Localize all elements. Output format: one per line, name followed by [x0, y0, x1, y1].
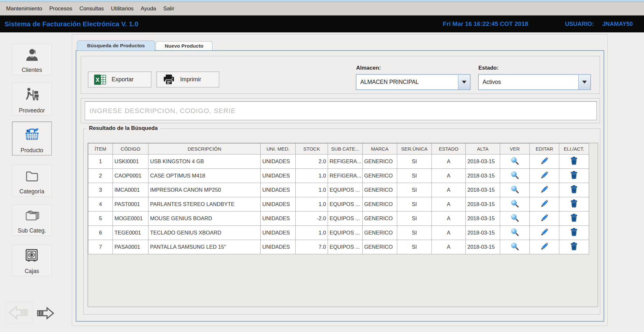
cell-stock: 1.0	[296, 226, 328, 240]
table-row[interactable]: 1USKI0001USB KINGSTON 4 GBUNIDADES2.0REF…	[88, 155, 589, 169]
folder-icon	[23, 165, 41, 188]
trash-icon[interactable]	[570, 213, 578, 222]
column-header-codigo[interactable]: CÓDIGO	[113, 143, 148, 155]
export-button[interactable]: X Exportar	[88, 72, 151, 87]
table-row[interactable]: 5MOGE0001MOUSE GENIUS BOARDUNIDADES-2.0E…	[88, 212, 589, 226]
svg-text:X: X	[96, 76, 100, 83]
column-header-alta[interactable]: ALTA	[466, 143, 500, 155]
pencil-icon[interactable]	[540, 242, 549, 251]
menu-item-mantenimiento[interactable]: Mantenimiento	[3, 2, 46, 15]
magnifier-icon[interactable]	[510, 228, 519, 236]
cell-ver	[500, 212, 530, 226]
column-header-descripcion[interactable]: DESCRIPCIÓN	[148, 143, 261, 155]
table-row[interactable]: 7PASA0001PANTALLA SAMSUNG LED 15"UNIDADE…	[88, 240, 589, 254]
table-row[interactable]: 3IMCA0001IMPRESORA CANON MP250UNIDADES1.…	[88, 183, 589, 197]
magnifier-icon[interactable]	[510, 199, 519, 208]
cell-ver	[500, 169, 530, 183]
sidebar-item-label: Clientes	[22, 67, 42, 74]
pencil-icon[interactable]	[540, 213, 549, 222]
column-header-eli[interactable]: ELI./ACT.	[559, 143, 589, 155]
column-header-item[interactable]: ÍTEM	[88, 143, 113, 155]
user-label: USUARIO:	[565, 16, 594, 32]
sidebar-item-proveedor[interactable]: Proveedor	[12, 83, 52, 116]
trash-icon[interactable]	[570, 199, 578, 208]
cell-ver	[500, 155, 530, 169]
cell-eli	[559, 240, 589, 254]
cell-uni_med: UNIDADES	[261, 169, 296, 183]
cell-alta: 2018-03-15	[466, 183, 500, 197]
estado-combobox[interactable]: Activos	[478, 74, 591, 90]
sidebar-item-label: Producto	[20, 147, 43, 154]
cell-stock: 1.0	[296, 183, 328, 197]
column-header-stock[interactable]: STOCK	[296, 143, 328, 155]
cell-codigo: TEGE0001	[113, 226, 148, 240]
table-row[interactable]: 4PAST0001PARLANTES STEREO LANDBYTEUNIDAD…	[88, 197, 589, 212]
menu-item-utilitarios[interactable]: Utilitarios	[107, 2, 137, 15]
table-row[interactable]: 6TEGE0001TECLADO GENIUS XBOARDUNIDADES1.…	[88, 226, 589, 240]
trash-icon[interactable]	[570, 156, 578, 165]
sidebar-item-producto[interactable]: Producto	[12, 121, 52, 155]
almacen-combobox[interactable]: ALMACEN PRINCIPAL	[356, 74, 470, 90]
menu-item-consultas[interactable]: Consultas	[76, 2, 107, 15]
table-row[interactable]: 2CAOP0001CASE OPTIMUS M418UNIDADES1.0REF…	[88, 169, 589, 183]
sidebar-item-label: Cajas	[25, 268, 39, 275]
pencil-icon[interactable]	[540, 156, 549, 165]
sidebar-item-label: Sub Categ.	[18, 227, 46, 234]
magnifier-icon[interactable]	[510, 171, 519, 179]
pencil-icon[interactable]	[540, 199, 549, 208]
column-header-editar[interactable]: EDITAR	[530, 143, 559, 155]
pencil-icon[interactable]	[540, 185, 549, 194]
cell-ser_unica: SI	[397, 155, 432, 169]
folders-stack-icon	[23, 205, 41, 227]
trash-icon[interactable]	[570, 185, 578, 194]
trash-icon[interactable]	[570, 171, 578, 179]
nav-forward-button[interactable]	[34, 303, 58, 323]
sidebar-item-clientes[interactable]: Clientes	[12, 44, 52, 75]
column-header-uni_med[interactable]: UNI. MED.	[261, 143, 296, 155]
arrow-forward-icon	[34, 304, 58, 323]
cell-ser_unica: SI	[397, 226, 432, 240]
trash-icon[interactable]	[570, 228, 578, 236]
cell-editar	[530, 240, 559, 254]
cell-stock: 7.0	[296, 240, 328, 254]
cell-editar	[530, 197, 559, 212]
menu-item-ayuda[interactable]: Ayuda	[137, 2, 160, 15]
sidebar-item-subcategoria[interactable]: Sub Categ.	[12, 205, 52, 236]
magnifier-icon[interactable]	[510, 213, 519, 222]
nav-back-button[interactable]	[5, 301, 32, 324]
column-header-ver[interactable]: VER	[500, 143, 530, 155]
menu-item-procesos[interactable]: Procesos	[46, 2, 76, 15]
sidebar-item-categoria[interactable]: Categoría	[12, 165, 52, 197]
cell-alta: 2018-03-15	[466, 226, 500, 240]
results-table: ÍTEMCÓDIGODESCRIPCIÓNUNI. MED.STOCKSUB C…	[88, 143, 589, 254]
column-header-estado[interactable]: ESTADO	[432, 143, 466, 155]
cell-marca: GENERICO	[363, 212, 397, 226]
cell-codigo: MOGE0001	[113, 212, 148, 226]
printer-icon	[163, 74, 175, 86]
cell-eli	[559, 226, 589, 240]
magnifier-icon[interactable]	[510, 156, 519, 165]
column-header-ser_unica[interactable]: SER.ÚNICA	[397, 143, 432, 155]
tab-nuevo-producto[interactable]: Nuevo Producto	[156, 41, 213, 51]
export-button-label: Exportar	[112, 76, 134, 83]
search-input[interactable]	[85, 101, 597, 120]
tab-busqueda-de-productos[interactable]: Búsqueda de Productos	[77, 40, 155, 51]
cell-alta: 2018-03-15	[466, 197, 500, 212]
column-header-sub_cat[interactable]: SUB CATE...	[328, 143, 363, 155]
chevron-down-icon[interactable]	[458, 75, 470, 89]
cell-stock: 2.0	[296, 155, 328, 169]
menu-item-salir[interactable]: Salir	[160, 2, 178, 15]
sidebar-item-cajas[interactable]: Cajas	[12, 245, 52, 276]
chevron-down-icon[interactable]	[578, 75, 590, 89]
results-scrollpane[interactable]: ÍTEMCÓDIGODESCRIPCIÓNUNI. MED.STOCKSUB C…	[88, 143, 598, 307]
pencil-icon[interactable]	[540, 171, 549, 179]
cell-descripcion: TECLADO GENIUS XBOARD	[148, 226, 261, 240]
magnifier-icon[interactable]	[510, 242, 519, 251]
pencil-icon[interactable]	[540, 228, 549, 236]
cell-uni_med: UNIDADES	[261, 197, 296, 212]
column-header-marca[interactable]: MARCA	[363, 143, 397, 155]
trash-icon[interactable]	[570, 242, 578, 251]
magnifier-icon[interactable]	[510, 185, 519, 194]
print-button[interactable]: Imprimir	[157, 72, 219, 87]
main-panel: Búsqueda de Productos Nuevo Producto X E…	[72, 34, 608, 326]
